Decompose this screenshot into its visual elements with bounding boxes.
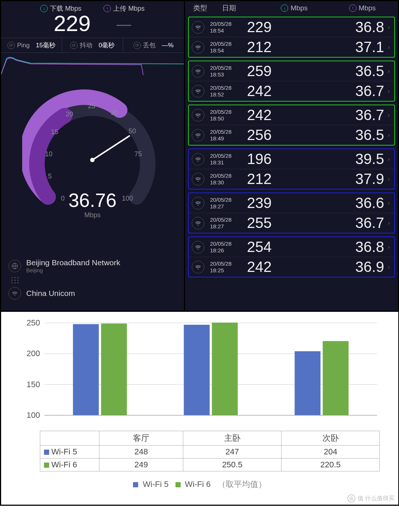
speed-gauge: 0 5 10 15 20 25 30 50 75 100 36.76 Mbps xyxy=(22,86,163,226)
wifi-icon xyxy=(192,41,204,54)
upload-value: — xyxy=(116,11,131,36)
chevron-right-icon: › xyxy=(388,44,390,51)
svg-rect-26 xyxy=(323,341,349,415)
chart-data-table: 客厅主卧次卧Wi-Fi 5248247204Wi-Fi 6249250.5220… xyxy=(40,431,380,471)
row-download: 256 xyxy=(247,127,316,143)
row-upload: 36.5 xyxy=(316,127,384,143)
history-list: 20/05/2818:5422936.8›20/05/2818:5421237.… xyxy=(185,17,398,277)
svg-text:30: 30 xyxy=(111,109,118,116)
history-row[interactable]: 20/05/2818:2723936.6› xyxy=(189,193,394,213)
col-date: 日期 xyxy=(222,3,255,13)
row-upload: 36.9 xyxy=(316,259,384,275)
chart-legend: Wi-Fi 5 Wi-Fi 6 （取平均值） xyxy=(12,471,387,501)
wifi-icon xyxy=(192,109,204,122)
upload-icon: ↑ xyxy=(103,5,111,12)
chevron-right-icon: › xyxy=(388,264,390,270)
row-upload: 39.5 xyxy=(316,151,384,167)
history-panel: 类型 日期 ↓Mbps ↑Mbps 20/05/2818:5422936.8›2… xyxy=(184,1,398,311)
history-header: 类型 日期 ↓Mbps ↑Mbps xyxy=(185,1,398,17)
svg-rect-21 xyxy=(73,324,99,415)
svg-text:20: 20 xyxy=(66,110,73,118)
history-row[interactable]: 20/05/2818:2524236.9› xyxy=(189,257,394,277)
row-datetime: 20/05/2818:53 xyxy=(210,65,247,78)
row-datetime: 20/05/2818:54 xyxy=(210,41,247,54)
wifi-icon xyxy=(192,65,204,78)
row-download: 242 xyxy=(247,259,316,275)
row-datetime: 20/05/2818:50 xyxy=(210,109,247,122)
history-row[interactable]: 20/05/2818:5421237.1› xyxy=(189,37,394,57)
watermark-logo-icon: 值 xyxy=(347,494,355,502)
row-download: 239 xyxy=(247,195,316,211)
row-download: 212 xyxy=(247,171,316,187)
svg-text:15: 15 xyxy=(51,128,58,136)
history-row[interactable]: 20/05/2818:4925636.5› xyxy=(189,125,394,145)
row-download: 255 xyxy=(247,215,316,231)
svg-text:75: 75 xyxy=(134,150,142,158)
row-download: 242 xyxy=(247,107,316,123)
row-datetime: 20/05/2818:52 xyxy=(210,85,247,98)
wifi-icon xyxy=(192,129,204,141)
svg-text:50: 50 xyxy=(129,127,136,135)
row-datetime: 20/05/2818:49 xyxy=(210,129,247,141)
chevron-right-icon: › xyxy=(388,176,390,183)
history-row[interactable]: 20/05/2818:2725536.7› xyxy=(189,213,394,233)
row-datetime: 20/05/2818:54 xyxy=(210,21,247,34)
ping-stat: ⟳Ping 15毫秒 xyxy=(1,38,62,52)
svg-rect-23 xyxy=(184,325,210,415)
wifi-icon xyxy=(192,173,204,185)
isp-name: Beijing Broadband Network xyxy=(26,258,120,267)
chevron-right-icon: › xyxy=(388,200,390,207)
col-upload: ↑Mbps xyxy=(334,4,391,12)
svg-text:150: 150 xyxy=(27,380,40,389)
download-value: 229 xyxy=(54,11,91,36)
download-icon: ↓ xyxy=(40,5,48,12)
history-group: 20/05/2818:3119639.5›20/05/2818:3021237.… xyxy=(188,149,395,190)
isp-row[interactable]: Beijing Broadband Network Beijing xyxy=(8,255,177,277)
wifi-icon xyxy=(192,241,204,253)
svg-point-1 xyxy=(90,158,95,162)
jitter-stat: ⟳抖动 0毫秒 xyxy=(62,38,123,52)
history-row[interactable]: 20/05/2818:5422936.8› xyxy=(189,17,394,37)
chevron-right-icon: › xyxy=(388,68,390,75)
row-upload: 37.1 xyxy=(316,39,384,55)
svg-text:10: 10 xyxy=(45,150,52,158)
wifi-icon xyxy=(192,217,204,229)
history-group: 20/05/2818:5422936.8›20/05/2818:5421237.… xyxy=(188,17,395,58)
history-group: 20/05/2818:5325936.5›20/05/2818:5224236.… xyxy=(188,61,395,102)
svg-rect-22 xyxy=(101,324,127,415)
row-upload: 36.7 xyxy=(316,107,384,123)
svg-rect-24 xyxy=(212,323,238,415)
row-datetime: 20/05/2818:31 xyxy=(210,153,247,166)
chevron-right-icon: › xyxy=(388,220,390,226)
row-upload: 36.7 xyxy=(316,215,384,231)
loss-stat: ⟳丢包 —% xyxy=(123,38,184,52)
history-row[interactable]: 20/05/2818:5224236.7› xyxy=(189,81,394,101)
col-type: 类型 xyxy=(193,3,212,13)
row-download: 254 xyxy=(247,239,316,255)
history-row[interactable]: 20/05/2818:3119639.5› xyxy=(189,149,394,169)
connection-dots-icon xyxy=(11,277,177,283)
chevron-right-icon: › xyxy=(388,244,390,250)
history-row[interactable]: 20/05/2818:3021237.9› xyxy=(189,169,394,189)
history-row[interactable]: 20/05/2818:5024236.7› xyxy=(189,105,394,125)
svg-text:100: 100 xyxy=(27,410,40,420)
history-row[interactable]: 20/05/2818:2625436.8› xyxy=(189,237,394,257)
download-icon: ↓ xyxy=(281,4,288,12)
svg-text:25: 25 xyxy=(88,102,95,110)
chevron-right-icon: › xyxy=(388,112,390,119)
gauge-value: 36.76 xyxy=(22,189,163,211)
chevron-right-icon: › xyxy=(388,24,390,31)
row-datetime: 20/05/2818:26 xyxy=(210,241,247,253)
col-download: ↓Mbps xyxy=(266,4,323,12)
row-download: 196 xyxy=(247,151,316,167)
wifi-icon xyxy=(192,153,204,166)
history-group: 20/05/2818:2625436.8›20/05/2818:2524236.… xyxy=(188,236,395,277)
server-row[interactable]: China Unicom xyxy=(8,283,177,303)
row-upload: 36.6 xyxy=(316,195,384,211)
wifi-icon xyxy=(8,287,21,300)
history-row[interactable]: 20/05/2818:5325936.5› xyxy=(189,61,394,81)
chevron-right-icon: › xyxy=(388,132,390,139)
svg-rect-25 xyxy=(295,351,321,415)
row-download: 259 xyxy=(247,63,316,79)
row-upload: 36.8 xyxy=(316,239,384,255)
